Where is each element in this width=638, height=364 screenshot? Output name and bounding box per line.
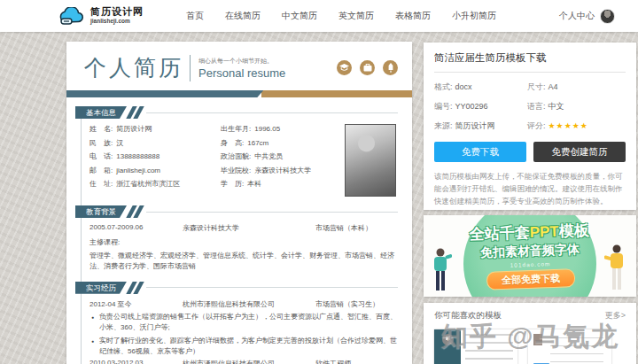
- template-title: 简洁应届生简历模板下载: [434, 51, 626, 73]
- id-photo: [345, 124, 396, 197]
- job-bullet: 实时了解行业的变化、跟踪客户的详细数据，为客户制定更完善的投放计划（合作过珍爱网…: [84, 336, 398, 357]
- timeline-line: [81, 106, 82, 364]
- meta-size: 尺寸:A4: [527, 81, 626, 93]
- basic-row: 身 高:167cm: [221, 138, 345, 148]
- nav-item-home[interactable]: 首页: [186, 10, 204, 22]
- education-row: 2005.07-2009.06 亲森设计科技大学 市场营销（本科）: [84, 223, 398, 233]
- logo-title: 简历设计网: [90, 7, 144, 17]
- meta-rating: 评分:★★★★★: [527, 120, 626, 132]
- basic-row: 民 族:汉: [89, 138, 221, 148]
- meta-language: 语言:中文: [527, 101, 626, 112]
- ad-banner[interactable]: 全站千套PPT模板 免扣素材音频字体 101dao.com 全部免费下载: [424, 215, 636, 297]
- job-row: 2012-04 至今 杭州市泽熙信息科技有限公司 市场营销（实习生）: [84, 299, 398, 309]
- courses-list: 管理学、微观经济学、宏观经济学、管理信息系统、统计学、会计学、财务管理、市场营销…: [84, 251, 398, 273]
- cloud-logo-icon: [58, 7, 85, 26]
- meta-source: 来源:简历设计网: [434, 120, 527, 132]
- section-header-internship: 实习经历: [75, 282, 398, 294]
- user-area: 个人中心: [559, 9, 615, 24]
- nav-item-online-resume[interactable]: 在线简历: [225, 10, 261, 22]
- job-row: 2010.03-2012.03 杭州市泽熙信息科技有限公司 软件工程师: [84, 359, 398, 364]
- template-meta: 格式:docx 尺寸:A4 编号:YY00296 语言:中文 来源:简历设计网 …: [434, 81, 626, 132]
- meta-format: 格式:docx: [434, 81, 527, 93]
- avatar[interactable]: [600, 9, 615, 24]
- create-resume-button[interactable]: 免费创建简历: [533, 142, 626, 162]
- resume-header: 个人简历 细心从每一个小细节开始。 Personal resume: [66, 42, 412, 88]
- upload-notice: 该简历模板由网友上传，不能保证免费模板的质量，你可能会遇到打开错乱、编辑困难的情…: [434, 170, 626, 207]
- rating-stars: ★★★★★: [549, 121, 588, 130]
- resume-preview: 个人简历 细心从每一个小细节开始。 Personal resume 基本信息: [66, 42, 412, 364]
- resume-subtitle-en: Personal resume: [198, 66, 285, 80]
- meta-number: 编号:YY00296: [434, 101, 527, 112]
- basic-row: 政治面貌:中共党员: [221, 151, 345, 161]
- site-logo[interactable]: 简历设计网 jianlisheji.com: [58, 7, 144, 26]
- ad-cta-button[interactable]: 全部免费下载: [486, 268, 576, 290]
- header-band: [66, 90, 412, 97]
- top-navbar: 简历设计网 jianlisheji.com 首页 在线简历 中文简历 英文简历 …: [0, 0, 638, 32]
- resume-title: 个人简历: [84, 53, 183, 82]
- basic-row: 学 历:本科: [221, 179, 345, 189]
- nav-item-chinese-resume[interactable]: 中文简历: [282, 10, 317, 22]
- free-download-button[interactable]: 免费下载: [434, 142, 526, 162]
- main-menu: 首页 在线简历 中文简历 英文简历 表格简历 小升初简历: [186, 10, 496, 22]
- nav-item-table-resume[interactable]: 表格简历: [395, 10, 431, 22]
- watermark: 知乎 @马氪龙: [441, 319, 620, 355]
- basic-row: 出生年月:1996.05: [221, 124, 345, 134]
- divider: [190, 55, 191, 81]
- basic-row: 邮 箱:jianlisheji.com: [89, 166, 221, 175]
- courses-label: 主修课程:: [84, 237, 398, 247]
- job-bullet: 负责公司线上端资源的销售工作（以开拓客户为主），公司主要资源以广点通、智汇推、百…: [84, 312, 398, 333]
- basic-row: 住 址:浙江省杭州市滨江区: [89, 179, 221, 189]
- basic-row: 电 话:13888888888: [89, 151, 221, 161]
- section-header-education: 教育背景: [75, 205, 398, 218]
- nav-item-english-resume[interactable]: 英文简历: [338, 10, 374, 22]
- briefcase-icon: [360, 60, 375, 75]
- basic-row: 姓 名:简历设计网: [89, 124, 221, 134]
- basic-row: 毕业院校:亲森设计科技大学: [221, 166, 345, 175]
- graduation-cap-icon: [337, 60, 352, 75]
- logo-domain: jianlisheji.com: [90, 19, 144, 25]
- resume-slogan: 细心从每一个小细节开始。: [198, 57, 285, 66]
- basic-info: 姓 名:简历设计网 民 族:汉 电 话:13888888888 邮 箱:jian…: [84, 124, 398, 197]
- user-center-link[interactable]: 个人中心: [559, 10, 595, 22]
- template-detail-card: 简洁应届生简历模板下载 格式:docx 尺寸:A4 编号:YY00296 语言:…: [424, 43, 636, 210]
- section-header-basic: 基本信息: [75, 106, 398, 119]
- nav-item-primary-resume[interactable]: 小升初简历: [452, 10, 496, 22]
- pen-icon: [383, 60, 398, 75]
